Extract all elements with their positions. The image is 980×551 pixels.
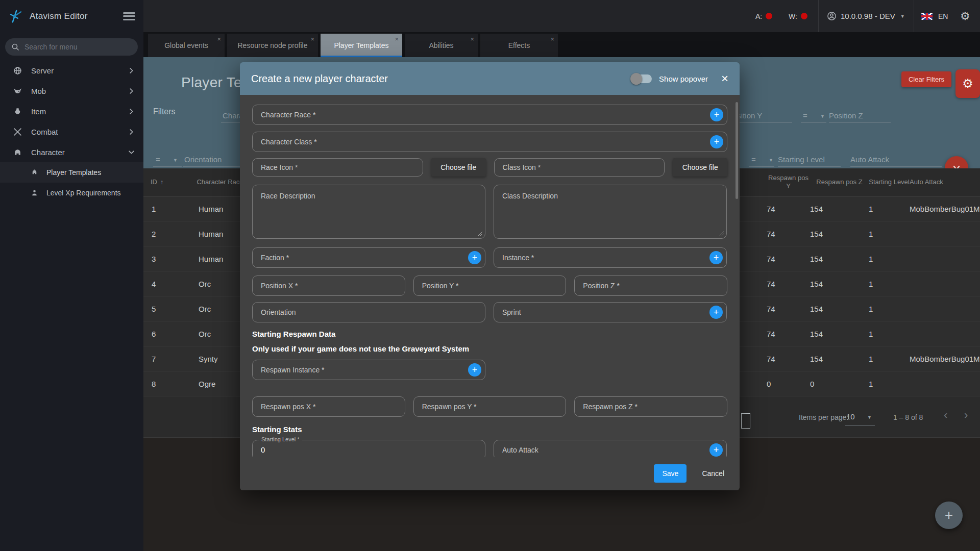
add-auto-attack-button[interactable]: + — [709, 443, 723, 457]
sprint-field[interactable]: Sprint + — [494, 302, 727, 322]
filter-operator[interactable]: = — [803, 111, 807, 120]
page-range-label: 1 – 8 of 8 — [893, 413, 923, 421]
sidebar-item-player-templates[interactable]: Player Templates — [0, 162, 143, 183]
sidebar-item-character[interactable]: Character — [0, 142, 143, 162]
chevron-down-icon[interactable]: ▼ — [173, 158, 178, 163]
filter-position-z[interactable]: Position Z — [829, 111, 863, 120]
cell-id: 6 — [143, 330, 194, 338]
filter-operator[interactable]: = — [751, 155, 756, 164]
chevron-down-icon[interactable]: ▼ — [769, 158, 773, 163]
auth-status-label: A: — [755, 12, 762, 20]
cell-id: 2 — [143, 230, 194, 238]
position-x-field[interactable]: Position X * — [252, 276, 405, 296]
column-header-starting-level[interactable]: Starting Level — [869, 178, 910, 186]
column-header-auto-attack[interactable]: Auto Attack — [910, 178, 980, 186]
language-selector[interactable]: EN — [921, 0, 948, 32]
orientation-field[interactable]: Orientation — [252, 302, 485, 322]
server-selector[interactable]: 10.0.0.98 - DEV ▼ — [827, 0, 905, 32]
class-icon-field[interactable]: Class Icon * — [494, 158, 665, 177]
page-size-underline — [845, 425, 875, 425]
cell-character-race: Human — [194, 205, 246, 213]
column-header-character-race[interactable]: Character Race — [194, 178, 246, 186]
filter-underline — [829, 122, 891, 123]
cell-starting-level: 1 — [869, 255, 910, 263]
character-race-field[interactable]: Character Race * + — [252, 105, 727, 125]
field-label: Character Class * — [261, 138, 317, 146]
instance-field[interactable]: Instance * + — [494, 247, 727, 268]
filter-underline — [850, 166, 942, 167]
filter-starting-level[interactable]: Starting Level — [778, 155, 825, 164]
cancel-button[interactable]: Cancel — [702, 469, 724, 478]
sidebar-item-combat[interactable]: Combat — [0, 121, 143, 142]
clear-filters-button[interactable]: Clear Filters — [901, 71, 951, 87]
search-input[interactable] — [24, 43, 127, 51]
close-icon[interactable]: × — [721, 72, 728, 85]
tab-resource-node-profile[interactable]: Resource node profile × — [227, 34, 318, 57]
add-faction-button[interactable]: + — [468, 251, 481, 264]
close-icon[interactable]: × — [217, 36, 221, 42]
class-description-textarea[interactable]: Class Description — [494, 185, 727, 239]
respawn-pos-z-field[interactable]: Respawn pos Z * — [574, 396, 727, 417]
cell-id: 7 — [143, 355, 194, 363]
close-icon[interactable]: × — [395, 36, 399, 42]
starting-level-field[interactable]: Starting Level * 0 — [252, 440, 485, 457]
tab-global-events[interactable]: Global events × — [148, 34, 225, 57]
save-button[interactable]: Save — [654, 464, 687, 483]
tab-abilities[interactable]: Abilities × — [405, 34, 478, 57]
sidebar-search[interactable] — [5, 38, 138, 56]
filter-orientation[interactable]: Orientation — [184, 155, 222, 164]
column-header-respawn-pos-y[interactable]: Respawn pos Y — [767, 174, 810, 191]
add-sprint-button[interactable]: + — [709, 306, 723, 319]
sidebar-item-level-xp-requirements[interactable]: Level Xp Requirements — [0, 183, 143, 203]
dialog-title: Create a new player character — [251, 73, 631, 85]
respawn-instance-field[interactable]: Respawn Instance * + — [252, 360, 485, 380]
field-label: Position X * — [261, 282, 298, 290]
page-input[interactable] — [741, 413, 750, 429]
close-icon[interactable]: × — [550, 36, 554, 42]
add-record-fab[interactable]: + — [935, 502, 963, 529]
previous-page-button[interactable]: ‹ — [944, 409, 947, 422]
settings-button[interactable]: ⚙ — [960, 0, 970, 32]
position-z-field[interactable]: Position Z * — [574, 276, 727, 296]
add-respawn-instance-button[interactable]: + — [468, 363, 481, 377]
sidebar-item-server[interactable]: Server — [0, 60, 143, 81]
add-character-race-button[interactable]: + — [710, 108, 723, 121]
respawn-pos-x-field[interactable]: Respawn pos X * — [252, 396, 405, 417]
sidebar-item-item[interactable]: Item — [0, 101, 143, 121]
column-header-respawn-pos-z[interactable]: Respawn pos Z — [810, 178, 869, 186]
close-icon[interactable]: × — [310, 36, 314, 42]
position-y-field[interactable]: Position Y * — [413, 276, 567, 296]
chevron-down-icon[interactable]: ▼ — [820, 114, 825, 119]
class-icon-choose-file-button[interactable]: Choose file — [673, 158, 727, 177]
tab-player-templates[interactable]: Player Templates × — [321, 34, 402, 57]
character-class-field[interactable]: Character Class * + — [252, 132, 727, 152]
server-name: 10.0.0.98 - DEV — [841, 12, 895, 20]
faction-field[interactable]: Faction * + — [252, 247, 485, 268]
next-page-button[interactable]: › — [964, 409, 968, 422]
race-icon-choose-file-button[interactable]: Choose file — [431, 158, 486, 177]
field-label: Respawn pos X * — [261, 403, 315, 411]
scrollbar-thumb[interactable] — [736, 102, 738, 199]
table-settings-button[interactable]: ⚙ — [955, 69, 980, 98]
filter-operator[interactable]: = — [156, 155, 160, 164]
respawn-pos-y-field[interactable]: Respawn pos Y * — [413, 396, 567, 417]
add-character-class-button[interactable]: + — [710, 135, 723, 148]
show-popover-toggle[interactable] — [631, 74, 652, 83]
close-icon[interactable]: × — [470, 36, 474, 42]
sidebar-item-mob[interactable]: Mob — [0, 81, 143, 101]
show-popover-label: Show popover — [659, 74, 708, 83]
race-icon-field[interactable]: Race Icon * — [252, 158, 423, 177]
chevron-down-icon[interactable]: ▼ — [867, 415, 872, 420]
tab-effects[interactable]: Effects × — [480, 34, 558, 57]
tab-label: Effects — [503, 41, 535, 49]
hamburger-menu-icon[interactable] — [123, 12, 135, 20]
page-size-select[interactable]: 10 — [846, 412, 855, 421]
field-label: Class Description — [502, 192, 558, 200]
race-description-textarea[interactable]: Race Description — [252, 185, 485, 239]
add-instance-button[interactable]: + — [709, 251, 723, 264]
cell-id: 5 — [143, 305, 194, 313]
filter-auto-attack[interactable]: Auto Attack — [850, 155, 889, 164]
tab-bar: Global events × Resource node profile × … — [143, 32, 980, 57]
column-header-id[interactable]: ID↑ — [143, 178, 194, 186]
auto-attack-field[interactable]: Auto Attack + — [494, 440, 727, 457]
